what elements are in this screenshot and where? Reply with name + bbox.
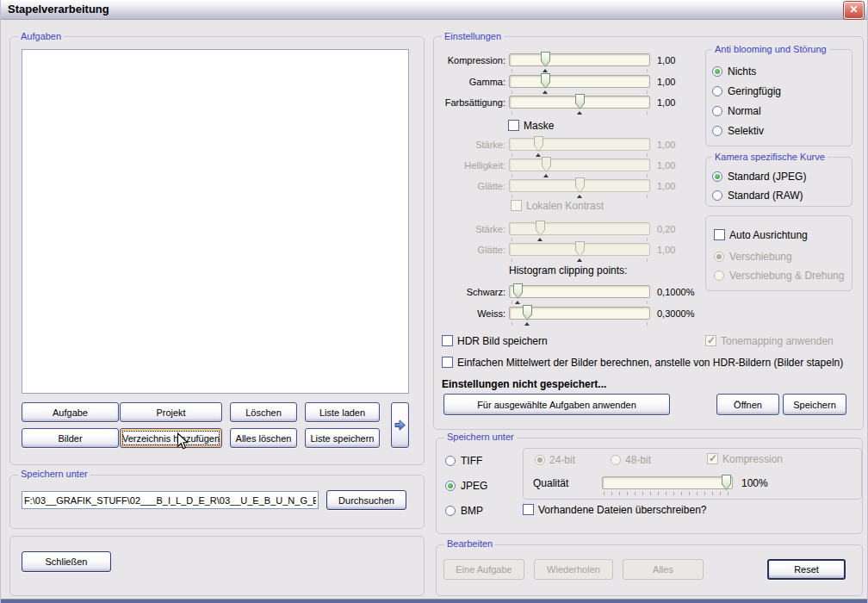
gamma-slider-thumb[interactable] [541, 73, 550, 89]
radio-bmp-label: BMP [461, 506, 483, 517]
verzeichnis-hinzufuegen-button[interactable]: Verzeichnis hinzufügen [120, 428, 222, 448]
kompression-slider-thumb[interactable] [541, 52, 550, 67]
durchsuchen-button-label: Durchsuchen [338, 495, 394, 506]
radio-24bit [535, 455, 545, 465]
wiederholen-button-label: Wiederholen [547, 564, 600, 575]
staerke2-value: 0,20 [657, 224, 675, 234]
staerke2-slider [509, 222, 650, 235]
save-path-input[interactable] [22, 491, 319, 509]
radio-48bit [611, 455, 621, 465]
schliessen-button[interactable]: Schließen [22, 551, 111, 572]
hdr-speichern-checkbox[interactable] [442, 335, 453, 346]
move-right-button[interactable] [391, 402, 409, 448]
radio-verschiebung [714, 252, 724, 262]
title-bar: Stapelverarbeitung ✕ [1, 0, 867, 20]
gamma-value: 1,00 [657, 77, 675, 87]
window-title: Stapelverarbeitung [8, 3, 109, 16]
alles-loeschen-button[interactable]: Alles löschen [230, 428, 297, 448]
speichern-button[interactable]: Speichern [783, 394, 846, 415]
radio-standard-raw-label: Standard (RAW) [728, 190, 803, 202]
staerke1-value: 1,00 [657, 140, 675, 150]
hdr-speichern-label: HDR Bild speichern [457, 336, 548, 347]
lokalen-kontrast-label: Lokalen Kontrast [526, 201, 604, 212]
wiederholen-button: Wiederholen [534, 559, 613, 580]
maske-label: Maske [524, 121, 554, 132]
loeschen-button[interactable]: Löschen [230, 402, 297, 422]
liste-laden-button[interactable]: Liste laden [305, 402, 380, 422]
mouse-cursor [177, 432, 189, 451]
mittelwert-checkbox[interactable] [442, 357, 453, 368]
kompression-label: Kompression: [433, 55, 505, 65]
tasks-list[interactable] [22, 49, 409, 394]
tonemapping-checkbox [705, 335, 716, 346]
radio-jpeg[interactable] [445, 481, 456, 491]
liste-speichern-button-label: Liste speichern [311, 433, 375, 444]
weiss-slider[interactable] [509, 307, 650, 320]
glaette1-value: 1,00 [657, 181, 675, 191]
radio-geringfuegig-label: Geringfügig [728, 86, 781, 97]
overwrite-checkbox[interactable] [523, 504, 534, 515]
radio-verschiebung-drehung-label: Verschiebung & Drehung [729, 270, 844, 282]
save-under-left-label: Speichern unter [18, 469, 90, 480]
schwarz-label: Schwarz: [433, 287, 505, 297]
radio-24bit-label: 24-bit [549, 455, 575, 466]
reset-button[interactable]: Reset [767, 559, 846, 580]
qualitaet-slider-thumb[interactable] [722, 475, 731, 490]
radio-standard-raw[interactable] [712, 190, 722, 201]
aufgabe-button[interactable]: Aufgabe [22, 402, 119, 422]
radio-selektiv[interactable] [712, 126, 722, 136]
radio-normal[interactable] [712, 106, 722, 116]
unsaved-settings-text: Einstellungen nicht gespeichert... [442, 379, 606, 390]
qualitaet-slider-ticks [604, 492, 731, 495]
kompression-value: 1,00 [657, 55, 675, 65]
projekt-button[interactable]: Projekt [120, 402, 222, 422]
radio-verschiebung-label: Verschiebung [729, 252, 792, 263]
reset-button-label: Reset [794, 564, 819, 575]
radio-48bit-label: 48-bit [625, 455, 651, 466]
close-icon[interactable]: ✕ [844, 2, 864, 19]
farbsaettigung-value: 1,00 [657, 97, 675, 108]
oeffnen-button[interactable]: Öffnen [716, 394, 779, 415]
radio-geringfuegig[interactable] [712, 86, 722, 96]
auto-ausrichtung-checkbox[interactable] [714, 229, 725, 240]
helligkeit-value: 1,00 [657, 160, 675, 171]
speichern-button-label: Speichern [793, 400, 836, 410]
radio-standard-jpeg[interactable] [712, 171, 722, 182]
liste-speichern-button[interactable]: Liste speichern [305, 428, 380, 448]
staerke1-slider [509, 138, 650, 151]
kompression-slider[interactable] [509, 53, 650, 66]
qualitaet-slider[interactable] [602, 476, 733, 489]
farbsaettigung-slider-thumb[interactable] [575, 94, 585, 109]
staerke1-label: Stärke: [433, 140, 505, 150]
bilder-button[interactable]: Bilder [22, 428, 119, 448]
gamma-slider[interactable] [509, 75, 650, 88]
kompression-checkbox [707, 453, 718, 464]
schwarz-slider[interactable] [509, 285, 650, 298]
glaette2-value: 1,00 [657, 245, 675, 255]
radio-bmp[interactable] [445, 506, 456, 516]
schwarz-value: 0,1000% [657, 287, 694, 297]
projekt-button-label: Projekt [156, 407, 185, 418]
schwarz-slider-thumb[interactable] [513, 283, 523, 299]
save-under-right-label: Speichern unter [444, 432, 517, 443]
farbsaettigung-slider[interactable] [509, 96, 650, 109]
weiss-slider-thumb[interactable] [523, 305, 532, 320]
tonemapping-label: Tonemapping anwenden [721, 336, 834, 347]
mittelwert-label: Einfachen Mittelwert der Bilder berechne… [457, 357, 843, 369]
schliessen-button-label: Schließen [46, 556, 88, 567]
lokalen-kontrast-checkbox [511, 200, 522, 211]
radio-selektiv-label: Selektiv [728, 126, 764, 137]
radio-normal-label: Normal [728, 106, 761, 117]
durchsuchen-button[interactable]: Durchsuchen [326, 490, 406, 510]
apply-selected-tasks-button[interactable]: Für ausgewählte Aufgaben anwenden [443, 394, 670, 415]
weiss-value: 0,3000% [657, 308, 694, 319]
maske-checkbox[interactable] [508, 120, 519, 131]
gamma-label: Gamma: [433, 77, 505, 87]
verzeichnis-button-label: Verzeichnis hinzufügen [122, 433, 220, 444]
helligkeit-label: Helligkeit: [433, 160, 505, 171]
helligkeit-slider [509, 159, 650, 171]
qualitaet-label: Qualität [533, 478, 568, 489]
radio-nichts[interactable] [712, 66, 722, 77]
radio-tiff[interactable] [445, 456, 456, 466]
tasks-group-label: Aufgaben [18, 31, 64, 42]
